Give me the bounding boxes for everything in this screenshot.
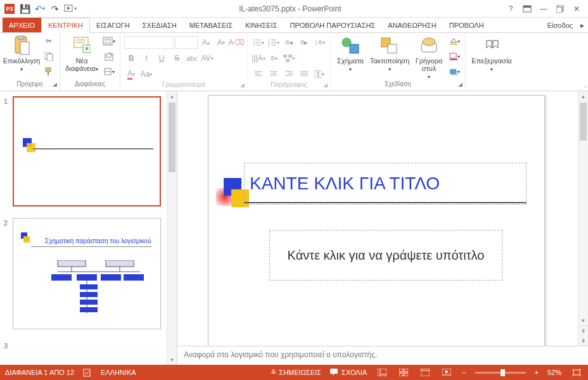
slide-thumbnail-pane[interactable]: 1 2 Σχηματική παράσταση του λογισμικού <box>0 91 177 365</box>
align-center-button[interactable] <box>267 67 281 81</box>
tab-insert[interactable]: ΕΙΣΑΓΩΓΗ <box>90 18 136 32</box>
format-painter-button[interactable] <box>42 65 56 79</box>
change-case-button[interactable]: Aa▾ <box>139 67 153 81</box>
save-button[interactable]: 💾 <box>18 2 32 16</box>
notes-pane[interactable]: Αναφορά στο λογισμικό που χρησιμοποιεί ο… <box>177 346 588 365</box>
section-button[interactable]: ▾ <box>102 65 116 79</box>
slideshow-view-button[interactable] <box>440 367 453 377</box>
scroll-down-icon[interactable]: ▾ <box>578 315 588 326</box>
numbering-button[interactable]: 123▾ <box>267 35 281 49</box>
slide-thumbnail-2[interactable]: Σχηματική παράσταση του λογισμικού <box>13 218 161 329</box>
thumbs-scrollbar[interactable]: ▴ ▾ <box>167 91 177 365</box>
bullets-button[interactable]: ▾ <box>252 35 265 49</box>
bold-button[interactable]: B <box>124 51 138 65</box>
font-color-button[interactable]: A▾ <box>124 67 138 81</box>
zoom-in-button[interactable]: + <box>535 369 539 376</box>
tab-slideshow[interactable]: ΠΡΟΒΟΛΗ ΠΑΡΟΥΣΙΑΣΗΣ <box>283 18 381 32</box>
sorter-view-button[interactable] <box>397 367 410 377</box>
tab-view[interactable]: ΠΡΟΒΟΛΗ <box>443 18 490 32</box>
font-dialog-launcher[interactable]: ◢ <box>240 82 245 88</box>
shapes-button[interactable]: Σχήματα▾ <box>335 34 366 73</box>
clipboard-dialog-launcher[interactable]: ◢ <box>53 81 57 87</box>
text-direction-button[interactable]: |||A▾ <box>252 51 265 65</box>
restore-button[interactable] <box>553 3 568 15</box>
cut-button[interactable]: ✂ <box>42 34 56 48</box>
arrange-button[interactable]: Τακτοποίηση▾ <box>369 34 411 73</box>
drawing-dialog-launcher[interactable]: ◢ <box>458 81 463 87</box>
decrease-font-button[interactable]: A▾ <box>214 35 228 49</box>
italic-button[interactable]: I <box>139 51 153 65</box>
tab-design[interactable]: ΣΧΕΔΙΑΣΗ <box>136 18 183 32</box>
notes-toggle[interactable]: ≚ ΣΗΜΕΙΩΣΕΙΣ <box>271 369 321 377</box>
zoom-level[interactable]: 52% <box>547 369 561 376</box>
strikethrough-button[interactable]: S <box>170 51 184 65</box>
columns-button[interactable]: ▾ <box>312 67 326 81</box>
scroll-thumb[interactable] <box>169 103 176 172</box>
collapse-ribbon-button[interactable]: ▸ <box>577 18 588 32</box>
comments-toggle[interactable]: ΣΧΟΛΙΑ <box>330 369 367 376</box>
close-button[interactable]: ✕ <box>569 3 584 15</box>
scroll-thumb[interactable] <box>580 103 587 141</box>
editing-label: Επεξεργασία <box>471 57 511 65</box>
tab-animations[interactable]: ΚΙΝΗΣΕΙΣ <box>239 18 283 32</box>
language-label[interactable]: ΕΛΛΗΝΙΚΑ <box>101 369 136 376</box>
reset-slide-button[interactable] <box>102 49 116 63</box>
copy-button[interactable] <box>42 49 56 63</box>
slide-1[interactable]: ΚΑΝΤΕ ΚΛΙΚ ΓΙΑ ΤΙΤΛΟ Κάντε κλικ για να γ… <box>208 95 545 346</box>
help-button[interactable]: ? <box>503 3 518 15</box>
slide-canvas[interactable]: ΚΑΝΤΕ ΚΛΙΚ ΓΙΑ ΤΙΤΛΟ Κάντε κλικ για να γ… <box>177 91 588 346</box>
align-left-button[interactable] <box>252 67 265 81</box>
increase-indent-button[interactable]: ≡▸ <box>297 35 311 49</box>
ribbon-display-button[interactable] <box>520 3 535 15</box>
new-slide-button[interactable]: ✶ Νέα διαφάνεια▾ <box>64 34 99 73</box>
font-size-combo[interactable] <box>175 36 198 49</box>
scroll-up-icon[interactable]: ▴ <box>578 91 588 101</box>
subtitle-placeholder[interactable]: Κάντε κλικ για να γράψετε υπότιτλο <box>269 230 502 281</box>
line-spacing-button[interactable]: ↕≡▾ <box>312 35 326 49</box>
shape-effects-button[interactable]: ▾ <box>447 65 461 79</box>
tab-transitions[interactable]: ΜΕΤΑΒΑΣΕΙΣ <box>183 18 239 32</box>
zoom-slider[interactable] <box>475 372 526 374</box>
redo-button[interactable]: ↷ <box>48 2 62 16</box>
zoom-out-button[interactable]: − <box>462 369 466 376</box>
prev-slide-icon[interactable]: ⇞ <box>578 326 588 336</box>
slide-thumbnail-1[interactable] <box>13 96 161 206</box>
normal-view-button[interactable] <box>376 367 388 377</box>
sign-in-link[interactable]: Είσοδος <box>544 18 577 32</box>
quick-styles-button[interactable]: Γρήγορα στυλ▾ <box>413 34 445 80</box>
shadow-button[interactable]: abc <box>185 51 199 65</box>
paragraph-dialog-launcher[interactable]: ◢ <box>323 82 328 88</box>
paste-button[interactable]: Επικόλληση▾ <box>4 34 39 73</box>
svg-rect-76 <box>80 300 98 305</box>
underline-button[interactable]: U <box>155 51 169 65</box>
editor-scrollbar[interactable]: ▴ ▾ ⇞ ⇟ <box>578 91 588 346</box>
align-text-button[interactable]: ≡▾ <box>267 51 281 65</box>
undo-button[interactable]: ↶▾ <box>33 2 47 16</box>
font-name-combo[interactable] <box>124 36 174 49</box>
convert-smartart-button[interactable]: ▾ <box>282 51 296 65</box>
group-clipboard-label: Πρόχειρο <box>16 80 42 87</box>
scroll-up-icon[interactable]: ▴ <box>167 91 177 101</box>
reading-view-button[interactable] <box>419 367 431 377</box>
minimize-button[interactable]: — <box>536 3 551 15</box>
clear-formatting-button[interactable]: A⌫ <box>229 35 243 49</box>
tab-home[interactable]: ΚΕΝΤΡΙΚΗ <box>41 18 90 33</box>
slide-layout-button[interactable]: ▾ <box>102 34 116 48</box>
tab-review[interactable]: ΑΝΑΘΕΩΡΗΣΗ <box>381 18 443 32</box>
spell-check-button[interactable] <box>83 368 92 377</box>
start-from-beginning-button[interactable]: ▾ <box>63 2 77 16</box>
group-paragraph: ▾ 123▾ ≡◂ ≡▸ ↕≡▾ |||A▾ ≡▾ ▾ ▾ Παράγραφος… <box>248 33 331 91</box>
title-placeholder[interactable]: ΚΑΝΤΕ ΚΛΙΚ ΓΙΑ ΤΙΤΛΟ <box>244 163 527 205</box>
align-right-button[interactable] <box>282 67 296 81</box>
increase-font-button[interactable]: A▴ <box>199 35 213 49</box>
char-spacing-button[interactable]: AV▾ <box>200 51 214 65</box>
next-slide-icon[interactable]: ⇟ <box>578 336 588 346</box>
decrease-indent-button[interactable]: ≡◂ <box>282 35 296 49</box>
shape-outline-button[interactable]: ▾ <box>447 49 461 63</box>
shape-fill-button[interactable]: ▾ <box>447 34 461 48</box>
fit-to-window-button[interactable] <box>570 367 583 377</box>
justify-button[interactable] <box>297 67 311 81</box>
scroll-down-icon[interactable]: ▾ <box>167 355 177 365</box>
editing-button[interactable]: Επεξεργασία▾ <box>470 34 514 73</box>
tab-file[interactable]: ΑΡΧΕΙΟ <box>3 18 41 32</box>
